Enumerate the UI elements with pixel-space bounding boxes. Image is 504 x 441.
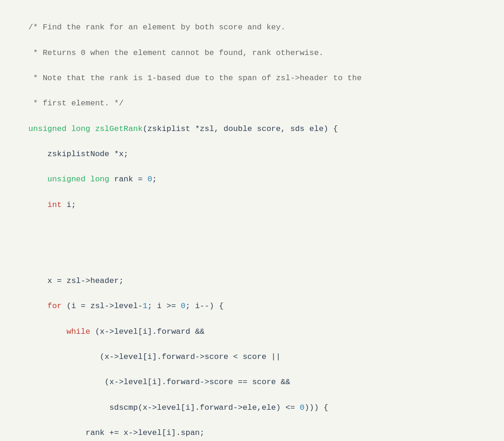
line-12-rest: ; i--) {	[186, 302, 224, 310]
line-13	[28, 327, 67, 336]
line-12-for: for	[28, 302, 67, 310]
line-15: (x->level[i].forward->score == score &&	[28, 378, 290, 386]
comment-line-3: * Note that the rank is 1-based due to t…	[28, 74, 362, 83]
line-12-zero: 0	[181, 302, 185, 310]
line-7-num: 0	[147, 175, 152, 184]
comment-line-1: /* Find the rank for an element by both …	[28, 23, 286, 32]
line-6: zskiplistNode *x;	[28, 150, 128, 158]
line-16: sdscmp(x->level[i].forward->ele,ele) <=	[28, 403, 300, 412]
line-12-num: 1	[143, 302, 147, 310]
code-container: /* Find the rank for an element by both …	[0, 0, 504, 441]
line-11: x = zsl->header;	[28, 276, 124, 285]
line-17: rank += x->level[i].span;	[28, 428, 204, 437]
comment-line-2: * Returns 0 when the element cannot be f…	[28, 48, 324, 57]
line-13-plain: (x->level[i].forward &&	[95, 327, 205, 336]
line-8-kw: int	[28, 200, 67, 209]
line-16-zero: 0	[300, 403, 304, 412]
line-7-plain: rank =	[114, 175, 147, 184]
func-params: (zskiplist *zsl, double score, sds ele) …	[143, 124, 338, 133]
code-block: /* Find the rank for an element by both …	[9, 8, 495, 441]
function-name: zslGetRank	[95, 124, 143, 133]
line-7-semi: ;	[152, 175, 157, 184]
line-16-end: ))) {	[305, 403, 329, 412]
line-12-plain: (i = zsl->level-	[66, 302, 142, 310]
line-12-cond: ; i >=	[147, 302, 181, 310]
line-8-plain: i;	[66, 200, 76, 209]
keyword-unsigned: unsigned long	[28, 124, 95, 133]
while-kw: while	[66, 327, 95, 336]
comment-line-4: * first element. */	[28, 99, 124, 108]
line-14: (x->level[i].forward->score < score ||	[28, 352, 281, 361]
line-7-type: unsigned long	[28, 175, 114, 184]
